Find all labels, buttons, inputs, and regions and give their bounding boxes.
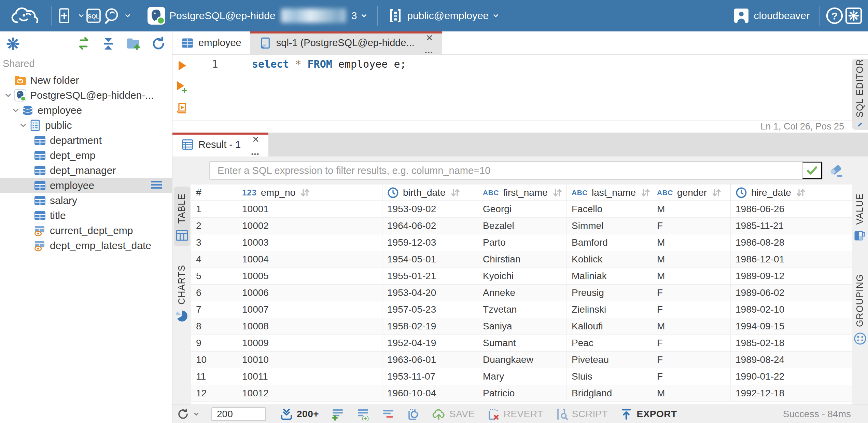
cell[interactable]: Bamford xyxy=(567,234,652,251)
cell[interactable]: Bezalel xyxy=(478,218,567,234)
cell[interactable]: 10005 xyxy=(237,268,382,284)
cell[interactable]: Kalloufi xyxy=(567,318,652,335)
cell[interactable]: 10001 xyxy=(237,201,382,217)
cell[interactable]: Tzvetan xyxy=(478,301,567,318)
tree-item-dept-manager[interactable]: dept_manager xyxy=(0,163,172,178)
close-icon[interactable]: ✕ xyxy=(426,33,433,42)
sort-icon[interactable] xyxy=(450,187,461,198)
tab-grouping-panel[interactable]: GROUPING xyxy=(852,267,868,350)
refresh-result-button[interactable] xyxy=(177,408,200,421)
cell[interactable]: 1989-09-12 xyxy=(731,268,833,284)
cell[interactable]: Peac xyxy=(567,335,652,351)
cell[interactable]: 1960-10-04 xyxy=(382,385,478,401)
execute-new-tab-button[interactable] xyxy=(175,80,189,94)
cell[interactable]: M xyxy=(652,385,731,401)
duplicate-row-button[interactable]: (+) xyxy=(356,407,369,421)
cell[interactable]: 10009 xyxy=(237,335,382,351)
tree-item-dept-emp-latest-date[interactable]: dept_emp_latest_date xyxy=(0,238,172,253)
sidebar-settings-button[interactable] xyxy=(5,36,20,51)
cell[interactable]: 10012 xyxy=(237,385,382,401)
tree-item-public[interactable]: public xyxy=(0,118,172,133)
cell[interactable]: 1957-05-23 xyxy=(382,301,478,318)
cloudbeaver-logo-icon[interactable] xyxy=(6,0,46,31)
column-header-gender[interactable]: ABCgender xyxy=(652,185,731,201)
cell[interactable]: M xyxy=(652,268,731,284)
cell[interactable]: 1989-08-24 xyxy=(731,352,833,368)
cell[interactable]: 10010 xyxy=(237,352,382,368)
execute-script-button[interactable] xyxy=(176,102,188,115)
tab-charts-view[interactable]: CHARTS xyxy=(174,258,190,327)
cell[interactable]: Simmel xyxy=(567,218,652,234)
save-button[interactable]: SAVE xyxy=(432,407,475,421)
cell[interactable]: 1953-09-02 xyxy=(382,201,478,217)
cell[interactable]: 10008 xyxy=(237,318,382,335)
cell[interactable]: Koblick xyxy=(567,251,652,268)
cell[interactable]: M xyxy=(652,318,731,335)
cell[interactable]: 1994-09-15 xyxy=(731,318,833,335)
more-icon[interactable]: ... xyxy=(425,48,433,53)
cell[interactable]: 1953-11-07 xyxy=(382,368,478,385)
cell[interactable]: M xyxy=(652,201,731,217)
refresh-tree-button[interactable] xyxy=(150,36,167,52)
tree-item-employee[interactable]: employee xyxy=(0,178,172,193)
tab-employee[interactable]: employee xyxy=(172,31,250,54)
tree-item-dept-emp[interactable]: dept_emp xyxy=(0,148,172,163)
cell[interactable]: Preusig xyxy=(567,285,652,301)
more-icon[interactable]: ... xyxy=(251,150,260,154)
tree-item-employee[interactable]: employee xyxy=(0,103,172,118)
sort-icon[interactable] xyxy=(711,187,722,198)
cell[interactable]: F xyxy=(652,285,731,301)
sort-icon[interactable] xyxy=(299,187,310,198)
filter-input[interactable] xyxy=(210,162,802,179)
tree-item-current-dept-emp[interactable]: current_dept_emp xyxy=(0,223,172,238)
collapse-all-button[interactable] xyxy=(100,36,116,52)
delete-row-button[interactable] xyxy=(381,407,395,421)
cell[interactable]: 1958-02-19 xyxy=(382,318,478,335)
cell[interactable]: Chirstian xyxy=(478,251,567,268)
auto-refresh-button[interactable] xyxy=(406,407,420,421)
cell[interactable]: 1985-11-21 xyxy=(731,218,833,234)
cell[interactable]: Anneke xyxy=(478,285,567,301)
cell[interactable]: 1964-06-02 xyxy=(382,218,478,234)
fetch-more-button[interactable]: 200+ xyxy=(280,407,319,421)
cell[interactable]: Duangkaew xyxy=(478,352,567,368)
cell[interactable]: 10006 xyxy=(237,285,382,301)
cell[interactable]: 1989-06-02 xyxy=(731,285,833,301)
close-icon[interactable]: ✕ xyxy=(252,135,260,144)
new-connection-button[interactable] xyxy=(57,0,85,31)
cell[interactable]: F xyxy=(652,352,731,368)
cell[interactable]: Facello xyxy=(567,201,652,217)
item-menu-icon[interactable] xyxy=(149,177,164,194)
execute-query-button[interactable] xyxy=(176,59,188,72)
clear-filter-button[interactable] xyxy=(829,162,844,179)
cell[interactable]: Patricio xyxy=(478,385,567,401)
cell[interactable]: 1992-12-18 xyxy=(731,385,833,401)
cell[interactable]: 1954-05-01 xyxy=(382,251,478,268)
script-button[interactable]: SCRIPT xyxy=(555,407,608,421)
cell[interactable]: M xyxy=(652,251,731,268)
sort-icon[interactable] xyxy=(552,187,563,198)
chevron-expanded-icon[interactable] xyxy=(18,121,29,130)
column-header-emp_no[interactable]: 123emp_no xyxy=(237,185,382,201)
tree-item-salary[interactable]: salary xyxy=(0,193,172,208)
cell[interactable]: 10003 xyxy=(237,234,382,251)
user-menu[interactable]: cloudbeaver xyxy=(728,0,814,31)
tree-item-postgresql-ep-hidden-[interactable]: PostgreSQL@ep-hidden-... xyxy=(0,88,172,103)
column-header-last_name[interactable]: ABClast_name xyxy=(567,185,652,201)
cell[interactable]: F xyxy=(652,218,731,234)
cell[interactable]: 1986-08-28 xyxy=(731,234,833,251)
sort-icon[interactable] xyxy=(795,187,806,198)
column-header-row-number[interactable]: # xyxy=(191,185,237,201)
column-header-birth_date[interactable]: birth_date xyxy=(382,185,478,201)
tab-value-panel[interactable]: VALUE xyxy=(852,187,868,247)
sql-code[interactable]: select * FROM employee e; xyxy=(239,55,868,120)
cell[interactable]: 1990-01-22 xyxy=(731,368,833,385)
cell[interactable]: Maliniak xyxy=(567,268,652,284)
tab-sql-1[interactable]: sql-1 (PostgreSQL@ep-hidde... ✕ ... xyxy=(250,31,442,54)
add-folder-button[interactable] xyxy=(125,36,141,52)
cell[interactable]: 1986-06-26 xyxy=(731,201,833,217)
schema-selector[interactable]: public@employee xyxy=(383,0,504,31)
cell[interactable]: Piveteau xyxy=(567,352,652,368)
cell[interactable]: Bridgland xyxy=(567,385,652,401)
cell[interactable]: 10002 xyxy=(237,218,382,234)
